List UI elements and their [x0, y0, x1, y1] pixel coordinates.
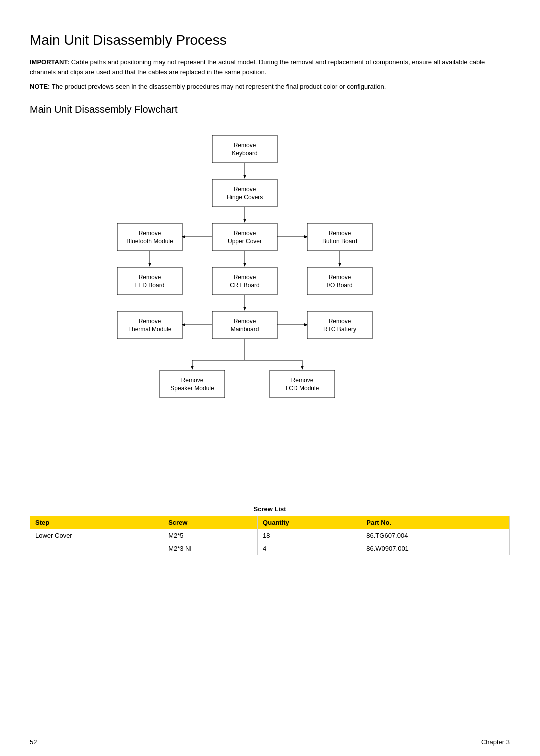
led-board-box: [118, 268, 182, 295]
svg-text:Upper Cover: Upper Cover: [228, 238, 262, 245]
svg-text:Remove: Remove: [329, 274, 352, 281]
col-quantity: Quantity: [258, 516, 362, 529]
note-paragraph: NOTE: The product previews seen in the d…: [30, 82, 510, 92]
important-paragraph: IMPORTANT: Cable paths and positioning m…: [30, 58, 510, 77]
rtc-box: [308, 312, 372, 339]
bluetooth-box: [118, 224, 182, 251]
cell-screw-2: M2*3 Ni: [164, 542, 258, 555]
svg-text:LED Board: LED Board: [136, 282, 165, 289]
upper-cover-box: [212, 224, 278, 251]
svg-text:Remove: Remove: [234, 142, 256, 149]
cell-qty-1: 18: [258, 529, 362, 542]
keyboard-box: [212, 136, 278, 163]
col-step: Step: [30, 516, 164, 529]
cell-step-1: Lower Cover: [30, 529, 164, 542]
speaker-box: [160, 370, 225, 398]
note-label: NOTE:: [30, 83, 50, 90]
table-row: M2*3 Ni 4 86.W0907.001: [30, 542, 510, 555]
top-rule: [30, 20, 510, 20]
flowchart-container: Remove Keyboard Remove Hinge Covers Remo…: [30, 126, 510, 486]
svg-text:Remove: Remove: [139, 230, 162, 237]
svg-text:Remove: Remove: [234, 186, 256, 193]
table-row: Lower Cover M2*5 18 86.TG607.004: [30, 529, 510, 542]
svg-text:RTC Battery: RTC Battery: [324, 326, 356, 333]
svg-text:Speaker Module: Speaker Module: [170, 385, 214, 392]
footer-page-number: 52: [30, 738, 37, 746]
svg-text:LCD Module: LCD Module: [286, 385, 320, 392]
col-screw: Screw: [164, 516, 258, 529]
table-header-row: Step Screw Quantity Part No.: [30, 516, 510, 529]
svg-text:Mainboard: Mainboard: [231, 326, 260, 333]
screw-table: Step Screw Quantity Part No. Lower Cover…: [30, 516, 510, 556]
svg-text:Remove: Remove: [234, 318, 256, 325]
col-partno: Part No.: [362, 516, 510, 529]
svg-text:Remove: Remove: [182, 377, 204, 384]
svg-text:I/O Board: I/O Board: [327, 282, 352, 289]
screw-list-title: Screw List: [30, 506, 510, 513]
crt-board-box: [212, 268, 278, 295]
cell-screw-1: M2*5: [164, 529, 258, 542]
note-text: The product previews seen in the disasse…: [50, 83, 386, 90]
svg-text:Hinge Covers: Hinge Covers: [227, 194, 264, 201]
important-label: IMPORTANT:: [30, 58, 70, 66]
svg-text:Thermal Module: Thermal Module: [128, 326, 172, 333]
svg-text:Remove: Remove: [329, 230, 352, 237]
svg-text:Button Board: Button Board: [322, 238, 358, 245]
button-board-box: [308, 224, 372, 251]
important-text: Cable paths and positioning may not repr…: [30, 58, 485, 76]
cell-qty-2: 4: [258, 542, 362, 555]
svg-text:Remove: Remove: [292, 377, 314, 384]
svg-text:Keyboard: Keyboard: [232, 150, 258, 157]
svg-text:Remove: Remove: [139, 274, 162, 281]
page-title: Main Unit Disassembly Process: [30, 32, 510, 48]
svg-text:Remove: Remove: [139, 318, 162, 325]
svg-text:CRT Board: CRT Board: [230, 282, 260, 289]
svg-text:Remove: Remove: [329, 318, 352, 325]
svg-text:Remove: Remove: [234, 230, 256, 237]
svg-text:Bluetooth Module: Bluetooth Module: [126, 238, 174, 245]
cell-partno-1: 86.TG607.004: [362, 529, 510, 542]
page-container: Main Unit Disassembly Process IMPORTANT:…: [0, 0, 540, 586]
screw-list-section: Screw List Step Screw Quantity Part No. …: [30, 506, 510, 556]
mainboard-box: [212, 312, 278, 339]
io-board-box: [308, 268, 372, 295]
section-title: Main Unit Disassembly Flowchart: [30, 104, 510, 116]
page-footer: 52 Chapter 3: [30, 734, 510, 746]
flowchart-svg: Remove Keyboard Remove Hinge Covers Remo…: [95, 126, 445, 486]
footer-chapter: Chapter 3: [482, 738, 510, 746]
svg-text:Remove: Remove: [234, 274, 256, 281]
cell-partno-2: 86.W0907.001: [362, 542, 510, 555]
thermal-box: [118, 312, 182, 339]
hinge-box: [212, 180, 278, 207]
cell-step-2: [30, 542, 164, 555]
lcd-box: [270, 370, 335, 398]
